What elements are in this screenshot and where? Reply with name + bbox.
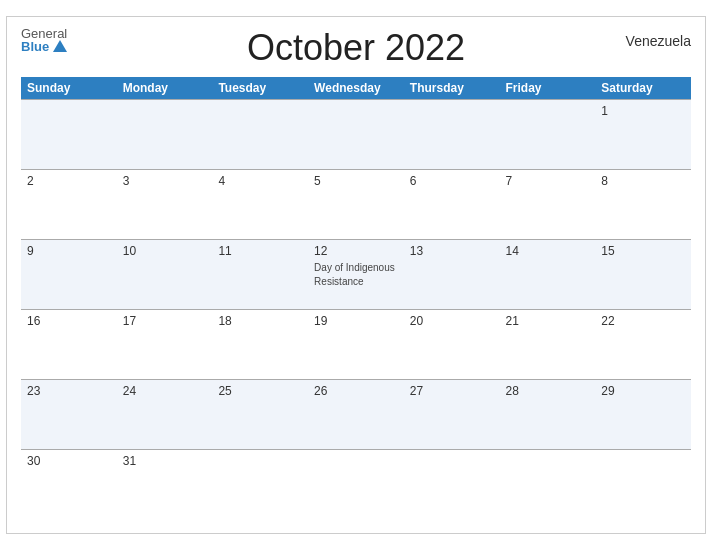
day-number: 9: [27, 244, 111, 258]
calendar-day-cell: 7: [500, 169, 596, 239]
day-number: 15: [601, 244, 685, 258]
calendar-day-cell: 9: [21, 239, 117, 309]
calendar-day-cell: [308, 99, 404, 169]
calendar-day-cell: 21: [500, 309, 596, 379]
calendar-day-cell: 30: [21, 449, 117, 519]
day-number: 21: [506, 314, 590, 328]
calendar-day-cell: 26: [308, 379, 404, 449]
calendar-day-cell: 1: [595, 99, 691, 169]
day-number: 31: [123, 454, 207, 468]
calendar-day-cell: 28: [500, 379, 596, 449]
header-thursday: Thursday: [404, 77, 500, 100]
day-number: 18: [218, 314, 302, 328]
day-number: 4: [218, 174, 302, 188]
country-label: Venezuela: [626, 33, 691, 49]
day-number: 1: [601, 104, 685, 118]
header-friday: Friday: [500, 77, 596, 100]
day-number: 10: [123, 244, 207, 258]
calendar-week-row: 1: [21, 99, 691, 169]
calendar-day-cell: 16: [21, 309, 117, 379]
calendar-day-cell: [404, 449, 500, 519]
calendar-day-cell: [212, 449, 308, 519]
calendar-day-cell: [212, 99, 308, 169]
calendar-day-cell: 4: [212, 169, 308, 239]
calendar: General Blue October 2022 Venezuela Sund…: [6, 16, 706, 535]
header-wednesday: Wednesday: [308, 77, 404, 100]
calendar-day-cell: 20: [404, 309, 500, 379]
day-number: 6: [410, 174, 494, 188]
calendar-day-cell: 18: [212, 309, 308, 379]
calendar-day-cell: 11: [212, 239, 308, 309]
day-number: 22: [601, 314, 685, 328]
header-saturday: Saturday: [595, 77, 691, 100]
day-number: 7: [506, 174, 590, 188]
logo-triangle-icon: [53, 40, 67, 52]
holiday-label: Day of Indigenous Resistance: [314, 262, 395, 287]
header-tuesday: Tuesday: [212, 77, 308, 100]
calendar-week-row: 16171819202122: [21, 309, 691, 379]
calendar-day-cell: [500, 449, 596, 519]
day-number: 12: [314, 244, 398, 258]
calendar-day-cell: 3: [117, 169, 213, 239]
calendar-day-cell: 17: [117, 309, 213, 379]
calendar-day-cell: 25: [212, 379, 308, 449]
calendar-day-cell: [404, 99, 500, 169]
day-number: 2: [27, 174, 111, 188]
day-number: 20: [410, 314, 494, 328]
calendar-day-cell: [21, 99, 117, 169]
day-number: 13: [410, 244, 494, 258]
calendar-day-cell: [308, 449, 404, 519]
calendar-day-cell: 6: [404, 169, 500, 239]
calendar-day-cell: [117, 99, 213, 169]
calendar-day-cell: 8: [595, 169, 691, 239]
weekday-header-row: Sunday Monday Tuesday Wednesday Thursday…: [21, 77, 691, 100]
day-number: 3: [123, 174, 207, 188]
calendar-week-row: 3031: [21, 449, 691, 519]
calendar-week-row: 23242526272829: [21, 379, 691, 449]
calendar-day-cell: 13: [404, 239, 500, 309]
day-number: 14: [506, 244, 590, 258]
calendar-day-cell: 14: [500, 239, 596, 309]
day-number: 30: [27, 454, 111, 468]
calendar-day-cell: 24: [117, 379, 213, 449]
calendar-day-cell: 23: [21, 379, 117, 449]
calendar-day-cell: 31: [117, 449, 213, 519]
day-number: 25: [218, 384, 302, 398]
header-monday: Monday: [117, 77, 213, 100]
day-number: 26: [314, 384, 398, 398]
day-number: 23: [27, 384, 111, 398]
logo-general-text: General: [21, 27, 67, 40]
calendar-week-row: 2345678: [21, 169, 691, 239]
day-number: 28: [506, 384, 590, 398]
calendar-table: Sunday Monday Tuesday Wednesday Thursday…: [21, 77, 691, 520]
day-number: 24: [123, 384, 207, 398]
calendar-day-cell: 15: [595, 239, 691, 309]
header-sunday: Sunday: [21, 77, 117, 100]
calendar-week-row: 9101112Day of Indigenous Resistance13141…: [21, 239, 691, 309]
day-number: 17: [123, 314, 207, 328]
calendar-day-cell: 22: [595, 309, 691, 379]
calendar-title: October 2022: [247, 27, 465, 69]
calendar-header: General Blue October 2022 Venezuela: [21, 27, 691, 69]
day-number: 27: [410, 384, 494, 398]
calendar-day-cell: 12Day of Indigenous Resistance: [308, 239, 404, 309]
calendar-day-cell: [500, 99, 596, 169]
day-number: 8: [601, 174, 685, 188]
calendar-day-cell: 5: [308, 169, 404, 239]
day-number: 5: [314, 174, 398, 188]
calendar-day-cell: 29: [595, 379, 691, 449]
calendar-day-cell: 19: [308, 309, 404, 379]
day-number: 29: [601, 384, 685, 398]
day-number: 11: [218, 244, 302, 258]
calendar-day-cell: 2: [21, 169, 117, 239]
day-number: 19: [314, 314, 398, 328]
day-number: 16: [27, 314, 111, 328]
calendar-day-cell: 27: [404, 379, 500, 449]
calendar-day-cell: 10: [117, 239, 213, 309]
logo: General Blue: [21, 27, 67, 53]
logo-blue-text: Blue: [21, 40, 67, 53]
calendar-day-cell: [595, 449, 691, 519]
